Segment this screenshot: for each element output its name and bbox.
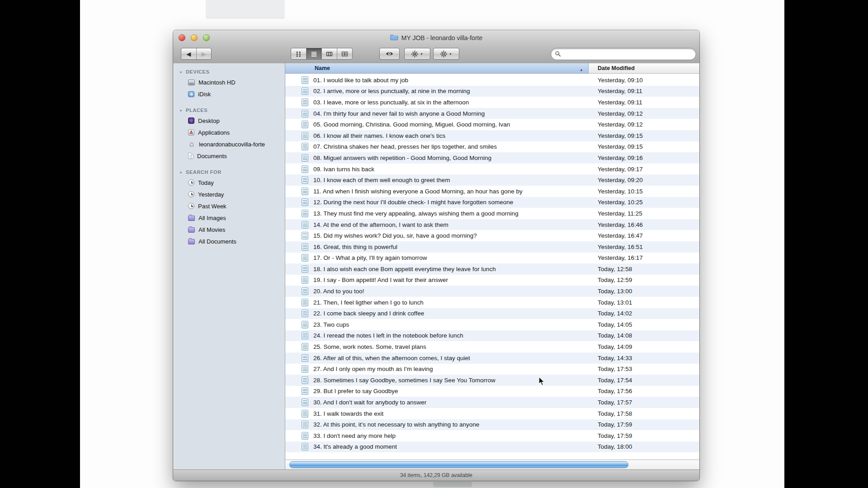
file-row[interactable]: 21. Then, I feel ligther when I go to lu…	[285, 297, 699, 308]
file-row[interactable]: 12. During the next hour I'll double che…	[285, 197, 699, 208]
file-row[interactable]: 10. I know each of them well enough to g…	[285, 174, 699, 186]
folder-icon	[390, 34, 398, 42]
text-document-icon	[302, 354, 308, 362]
file-row[interactable]: 15. Did my wishes work? Did you, sir, ha…	[285, 230, 699, 241]
file-date-modified: Yesterday, 16:47	[598, 232, 643, 239]
file-row[interactable]: 17. Or - What a pity, I'll try again tom…	[285, 253, 699, 264]
text-document-icon	[302, 421, 308, 428]
icon-view-button[interactable]	[291, 48, 307, 59]
file-row[interactable]: 16. Great, this thing is powerful Yester…	[285, 241, 699, 253]
toolbar	[173, 45, 699, 63]
minimize-button[interactable]	[191, 34, 198, 41]
sidebar-item[interactable]: Macintosh HD	[173, 76, 285, 88]
text-document-icon	[302, 232, 308, 239]
zoom-button[interactable]	[203, 34, 210, 41]
sort-ascending-icon	[580, 66, 583, 72]
file-row[interactable]: 01. I would like to talk about my job Ye…	[285, 75, 699, 86]
column-header-date-label: Date Modified	[598, 65, 635, 71]
file-row[interactable]: 24. I reread the notes I left in the not…	[285, 330, 699, 342]
video-frame: MY JOB - leonardo villa-forte	[0, 0, 868, 488]
file-row[interactable]: 06. I know all their names. I know each …	[285, 130, 699, 141]
file-row[interactable]: 11. And when I finish wishing everyone a…	[285, 186, 699, 197]
file-row[interactable]: 18. I also wish each one Bom appetit eve…	[285, 263, 699, 275]
quick-look-button[interactable]	[379, 48, 400, 60]
file-name: 27. And I only open my mouth as I'm leav…	[313, 366, 598, 372]
file-name: 07. Christina shakes her head, presses h…	[313, 143, 598, 150]
file-date-modified: Today, 14:09	[598, 343, 632, 350]
sidebar-item[interactable]: All Images	[173, 212, 285, 224]
sidebar-item-label: Documents	[197, 153, 227, 160]
icon-view-icon	[295, 51, 302, 57]
search-input[interactable]	[551, 48, 696, 60]
sidebar-item[interactable]: leonardonabucovilla-forte	[173, 138, 285, 150]
file-row[interactable]: 04. I'm thirty four and never fail to wi…	[285, 108, 699, 119]
sidebar-item[interactable]: All Documents	[173, 235, 285, 247]
forward-button[interactable]	[197, 48, 212, 59]
file-row[interactable]: 14. At the end of the afternoon, I want …	[285, 219, 699, 230]
file-row[interactable]: 20. And to you too! Today, 13:00	[285, 286, 699, 297]
file-row[interactable]: 23. Two cups Today, 14:05	[285, 319, 699, 330]
file-row[interactable]: 30. And I don't wait for anybody to answ…	[285, 397, 699, 408]
sidebar-item[interactable]: Past Week	[173, 200, 285, 212]
column-header-name[interactable]: Name	[285, 63, 589, 74]
file-row[interactable]: 19. I say - Bom appetit! And I wait for …	[285, 275, 699, 286]
list-view-button[interactable]	[307, 48, 322, 59]
horizontal-scrollbar-thumb[interactable]	[289, 461, 628, 468]
disclosure-triangle-icon[interactable]	[179, 69, 184, 75]
view-switcher	[291, 48, 353, 60]
file-row[interactable]: 07. Christina shakes her head, presses h…	[285, 141, 699, 153]
letterbox-right	[784, 0, 868, 488]
file-row[interactable]: 05. Good morning, Christina. Good mornin…	[285, 119, 699, 130]
sidebar-item[interactable]: Documents	[173, 150, 285, 162]
file-row[interactable]: 08. Miguel answers with repetition - Goo…	[285, 152, 699, 164]
file-row[interactable]: 25. Some, work notes. Some, travel plans…	[285, 341, 699, 352]
file-name: 15. Did my wishes work? Did you, sir, ha…	[313, 232, 598, 239]
file-row[interactable]: 34. It's already a good moment Today, 18…	[285, 441, 699, 453]
close-button[interactable]	[179, 34, 185, 41]
text-document-icon	[302, 410, 308, 418]
file-row[interactable]: 03. I leave, more or less punctually, at…	[285, 97, 699, 108]
file-row[interactable]: 27. And I only open my mouth as I'm leav…	[285, 363, 699, 375]
file-date-modified: Today, 17:56	[598, 388, 632, 394]
back-button[interactable]	[181, 48, 197, 59]
file-name: 25. Some, work notes. Some, travel plans	[313, 343, 598, 350]
secondary-action-menu-button[interactable]	[433, 48, 459, 60]
titlebar[interactable]: MY JOB - leonardo villa-forte	[173, 30, 699, 45]
disclosure-triangle-icon[interactable]	[179, 108, 184, 113]
file-row[interactable]: 22. I come back sleepy and I drink coffe…	[285, 308, 699, 319]
file-date-modified: Today, 14:05	[598, 321, 632, 328]
letterbox-left	[0, 0, 80, 488]
file-row[interactable]: 28. Sometimes I say Goodbye, sometimes I…	[285, 375, 699, 386]
disclosure-triangle-icon[interactable]	[179, 169, 184, 175]
file-row[interactable]: 13. They must find me very appealing, al…	[285, 208, 699, 219]
file-row[interactable]: 02. I arrive, more or less punctually, a…	[285, 86, 699, 97]
sidebar-section-header: PLACES	[173, 106, 285, 115]
sidebar-item[interactable]: Desktop	[173, 115, 285, 127]
file-name: 23. Two cups	[313, 321, 598, 328]
file-row[interactable]: 09. Ivan turns his back Yesterday, 09:17	[285, 164, 699, 175]
file-row[interactable]: 33. I don't need any more help Today, 17…	[285, 430, 699, 441]
file-row[interactable]: 29. But I prefer to say Goodbye Today, 1…	[285, 386, 699, 397]
sidebar-item[interactable]: iDisk	[173, 88, 285, 100]
column-view-button[interactable]	[322, 48, 337, 59]
sidebar-item[interactable]: All Movies	[173, 224, 285, 235]
coverflow-view-button[interactable]	[337, 48, 352, 59]
file-name: 12. During the next hour I'll double che…	[313, 199, 598, 206]
file-row[interactable]: 31. I walk towards the exit Today, 17:58	[285, 408, 699, 419]
sidebar-item-icon	[188, 80, 195, 85]
sidebar-item[interactable]: Today	[173, 177, 285, 188]
file-row[interactable]: 32. At this point, it's not necessary to…	[285, 419, 699, 430]
file-row[interactable]: 26. After all of this, when the afternoo…	[285, 352, 699, 364]
text-document-icon	[302, 399, 308, 406]
column-header-date-modified[interactable]: Date Modified	[589, 63, 699, 74]
sidebar-item[interactable]: Applications	[173, 127, 285, 138]
file-name: 14. At the end of the afternoon, I want …	[313, 221, 598, 228]
horizontal-scrollbar[interactable]	[285, 460, 699, 470]
search-field	[551, 48, 696, 60]
file-name: 05. Good morning, Christina. Good mornin…	[313, 121, 598, 128]
action-menu-button[interactable]	[404, 48, 430, 60]
sidebar-item[interactable]: Yesterday	[173, 188, 285, 200]
window-title-text: MY JOB - leonardo villa-forte	[401, 34, 482, 42]
text-document-icon	[302, 99, 308, 106]
file-name: 31. I walk towards the exit	[313, 410, 598, 417]
